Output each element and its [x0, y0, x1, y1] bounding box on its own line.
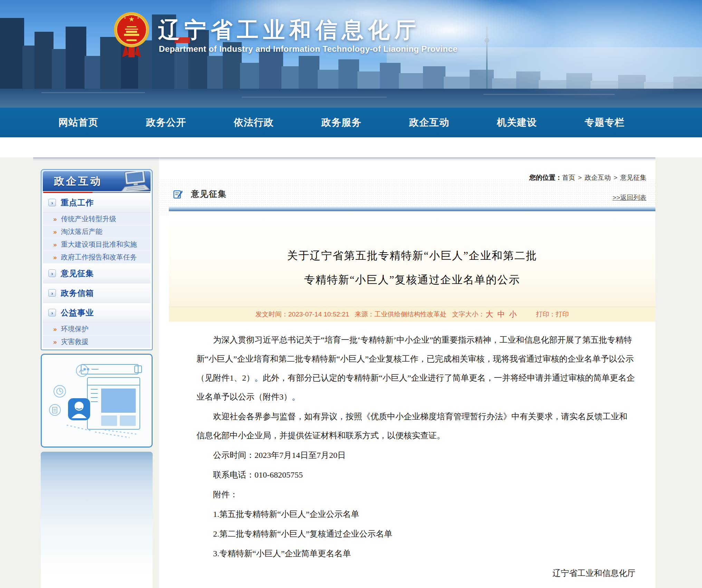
article-header: 关于辽宁省第五批专精特新“小巨人”企业和第二批 专精特新“小巨人”复核通过企业名…	[169, 211, 655, 322]
site-subtitle: Department of Industry and Information T…	[159, 44, 458, 54]
main-panel: 您的位置：首页>政企互动>意见征集 意见征集 >>返回列表 关于辽宁省第五批专精…	[159, 157, 655, 588]
edit-pencil-icon	[173, 189, 183, 199]
font-size-label: 文字大小：	[452, 310, 485, 319]
nav-item[interactable]: 政务公开	[146, 116, 186, 129]
section-header: 意见征集	[173, 188, 227, 199]
sidebar-box: 政企互动	[41, 169, 153, 350]
nav-item[interactable]: 政企互动	[409, 116, 449, 129]
nav-item[interactable]: 机关建设	[497, 116, 537, 129]
article-paragraph: 公示时间：2023年7月14日至7月20日	[196, 446, 635, 465]
article-paragraph: 联系电话：010-68205755	[196, 466, 635, 484]
section-title: 意见征集	[191, 188, 227, 199]
breadcrumb-item: >	[614, 174, 617, 182]
sidebar-menu-item[interactable]: › » 传统产业转型升级	[43, 213, 151, 225]
sidebar-menu-label: 公益事业	[61, 307, 94, 318]
sidebar-menu-item[interactable]: › » 重大建设项目批准和实施	[43, 238, 151, 251]
print-label: 打印：	[536, 310, 556, 319]
sidebar-menu-item[interactable]: › » 意见征集	[43, 264, 151, 283]
sub-arrow-icon: »	[53, 216, 57, 222]
sidebar: 政企互动	[41, 169, 153, 588]
breadcrumb-item[interactable]: 首页	[562, 173, 575, 182]
publish-time-value: 2023-07-14 10:52:21	[288, 311, 349, 318]
sidebar-header: 政企互动	[43, 171, 151, 191]
sub-arrow-icon: »	[53, 241, 57, 248]
back-to-list-link[interactable]: >>返回列表	[613, 193, 646, 202]
sidebar-menu-label: 环境保护	[61, 324, 89, 334]
breadcrumb-item[interactable]: 政企互动	[585, 173, 611, 182]
computer-icon	[117, 171, 150, 191]
sidebar-menu-item[interactable]: › » 政府工作报告和改革任务	[43, 251, 151, 264]
article-paragraph[interactable]: 3.专精特新“小巨人”企业简单更名名单	[196, 544, 635, 563]
main-nav: 网站首页政务公开依法行政政务服务政企互动机关建设专题专栏	[0, 108, 702, 137]
nav-item[interactable]: 依法行政	[234, 116, 274, 129]
section-arrow-icon: ›	[48, 289, 56, 297]
article-paragraph[interactable]: 1.第五批专精特新“小巨人”企业公示名单	[196, 505, 635, 524]
sidebar-menu-item[interactable]: › » 灾害救援	[43, 335, 151, 348]
site-title: 辽宁省工业和信息化厅	[158, 15, 421, 45]
sidebar-menu-label: 意见征集	[61, 268, 94, 279]
sidebar-menu-label: 灾害救援	[61, 337, 89, 346]
sub-arrow-icon: »	[53, 254, 57, 261]
site-banner: 辽宁省工业和信息化厅 Department of Industry and In…	[0, 0, 702, 108]
sub-arrow-icon: »	[53, 228, 57, 235]
sub-arrow-icon: »	[53, 339, 57, 345]
sidebar-menu-item[interactable]: › » 公益事业	[43, 303, 151, 323]
sidebar-menu-label: 政府工作报告和改革任务	[61, 253, 137, 262]
section-arrow-icon: ›	[48, 270, 56, 277]
interaction-illustration-image	[47, 357, 147, 444]
article-title-line1: 关于辽宁省第五批专精特新“小巨人”企业和第二批	[169, 211, 655, 263]
sidebar-header-title: 政企互动	[54, 174, 102, 188]
article-meta: 发文时间： 2023-07-14 10:52:21 来源： 工业供给侧结构性改革…	[169, 307, 655, 322]
section-arrow-icon: ›	[48, 199, 56, 206]
publish-time-label: 发文时间：	[256, 310, 288, 319]
source-label: 来源：	[355, 310, 374, 319]
article-paragraph[interactable]: 2.第二批专精特新“小巨人”复核通过企业公示名单	[196, 525, 635, 543]
sidebar-menu: › » 重点工作 › » 传统产业转型升级 › »	[43, 193, 151, 348]
header-gap	[0, 137, 702, 157]
national-emblem-icon	[113, 9, 151, 61]
source-value: 工业供给侧结构性改革处	[374, 310, 446, 319]
font-size-options: 大中小	[485, 309, 517, 320]
nav-item[interactable]: 网站首页	[58, 116, 98, 129]
sidebar-menu-label: 重点工作	[61, 197, 94, 208]
article-paragraph: 欢迎社会各界参与监督，如有异议，按照《优质中小企业梯度培育管理暂行办法》中有关要…	[196, 407, 635, 445]
section-divider-bar	[169, 206, 655, 211]
font-size-option[interactable]: 小	[509, 309, 517, 320]
breadcrumb-item: 您的位置：	[529, 173, 562, 182]
font-size-option[interactable]: 大	[485, 309, 493, 320]
sidebar-gradient-filler	[41, 452, 153, 588]
breadcrumb: 您的位置：首页>政企互动>意见征集	[529, 173, 646, 182]
content-top-shadow	[33, 157, 655, 161]
article-paragraph: 为深入贯彻习近平总书记关于“培育一批‘专精特新’中小企业”的重要指示精神，工业和…	[196, 331, 635, 406]
sidebar-menu-item[interactable]: › » 重点工作	[43, 193, 151, 213]
sidebar-menu-label: 重大建设项目批准和实施	[61, 240, 137, 249]
breadcrumb-item[interactable]: 意见征集	[620, 173, 646, 182]
article-title-line2: 专精特新“小巨人”复核通过企业名单的公示	[169, 263, 655, 287]
sidebar-menu-label: 传统产业转型升级	[61, 214, 116, 224]
sidebar-illustration	[41, 354, 153, 448]
sidebar-menu-item[interactable]: › » 淘汰落后产能	[43, 225, 151, 238]
article-body: 为深入贯彻习近平总书记关于“培育一批‘专精特新’中小企业”的重要指示精神，工业和…	[169, 322, 655, 588]
sidebar-menu-label: 政务信箱	[61, 288, 94, 298]
nav-item[interactable]: 专题专栏	[585, 116, 625, 129]
nav-item[interactable]: 政务服务	[321, 116, 362, 129]
article-signature: 辽宁省工业和信息化厅	[196, 564, 635, 583]
breadcrumb-item: >	[578, 174, 582, 182]
sidebar-menu-label: 淘汰落后产能	[61, 227, 103, 236]
page: 辽宁省工业和信息化厅 Department of Industry and In…	[0, 0, 702, 588]
font-size-option[interactable]: 中	[497, 309, 505, 320]
sub-arrow-icon: »	[53, 326, 57, 332]
section-arrow-icon: ›	[48, 309, 56, 316]
article-paragraph: 附件：	[196, 485, 635, 504]
sidebar-menu-item[interactable]: › » 政务信箱	[43, 283, 151, 303]
content-area: 您的位置：首页>政企互动>意见征集 意见征集 >>返回列表 关于辽宁省第五批专精…	[0, 157, 702, 588]
article-date: 2023年7月14日	[196, 584, 635, 588]
print-link[interactable]: 打印	[556, 310, 569, 319]
sidebar-menu-item[interactable]: › » 环境保护	[43, 323, 151, 335]
